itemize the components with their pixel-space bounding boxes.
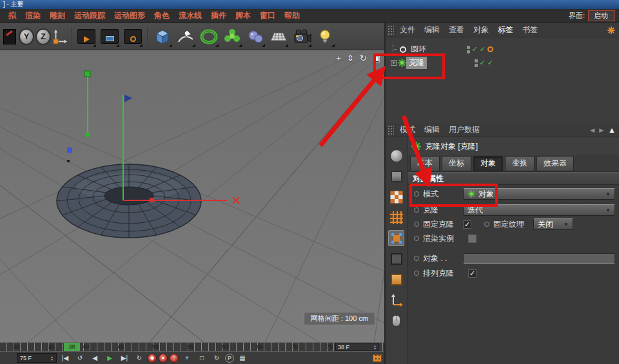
- filter-icon[interactable]: [607, 26, 615, 34]
- spline-tag-icon[interactable]: [487, 46, 493, 52]
- fix-clone-checkbox[interactable]: ✓: [463, 220, 471, 229]
- enabled-check-icon[interactable]: ✓: [487, 59, 493, 67]
- interface-select[interactable]: 启动: [588, 10, 615, 21]
- mode-dropdown[interactable]: 对象 ▼: [463, 188, 615, 200]
- metaball-button[interactable]: [244, 24, 266, 49]
- go-end-button[interactable]: ↻: [133, 353, 146, 363]
- om-menu-edit[interactable]: 编辑: [420, 24, 444, 35]
- anim-dot-icon[interactable]: [414, 236, 419, 241]
- visibility-dots-icon[interactable]: [475, 59, 478, 67]
- object-link-field[interactable]: [463, 253, 615, 264]
- am-menu-mode[interactable]: 模式: [395, 124, 420, 135]
- am-menu-userdata[interactable]: 用户数据: [444, 124, 484, 135]
- om-menu-view[interactable]: 查看: [444, 24, 469, 35]
- panel-grip[interactable]: [388, 125, 394, 135]
- enabled-check-icon[interactable]: ✓: [480, 45, 486, 53]
- spinner-icon[interactable]: ▲▼: [50, 356, 54, 361]
- light-button[interactable]: [314, 24, 336, 49]
- point-mode-icon[interactable]: [388, 230, 404, 246]
- am-menu-edit[interactable]: 编辑: [420, 124, 444, 135]
- scale-record-icon[interactable]: □: [195, 353, 208, 363]
- object-row-circle[interactable]: 圆环 ✓ ✓: [386, 43, 619, 56]
- enable-axis-icon[interactable]: [388, 292, 404, 308]
- polygon-mode-icon[interactable]: [388, 271, 404, 287]
- go-start-button[interactable]: |◀: [59, 353, 72, 363]
- next-frame-button[interactable]: ▶|: [118, 353, 131, 363]
- history-forward-icon[interactable]: ▶: [599, 127, 604, 133]
- object-row-cloner[interactable]: + 克隆 ✓ ✓: [386, 56, 619, 70]
- keyframe-options-button[interactable]: ?: [170, 354, 179, 363]
- render-settings-button[interactable]: [122, 24, 144, 49]
- prev-key-button[interactable]: ↺: [74, 353, 86, 363]
- spinner-icon[interactable]: ▲▼: [373, 345, 377, 350]
- panel-grip[interactable]: [388, 25, 394, 35]
- point-level-animation-icon[interactable]: ▦: [236, 353, 249, 363]
- om-menu-bookmarks[interactable]: 书签: [518, 24, 542, 35]
- tab-object[interactable]: 对象: [473, 156, 503, 171]
- menu-item-mograph[interactable]: 运动图形: [110, 10, 150, 21]
- go-up-icon[interactable]: ▲: [608, 126, 616, 135]
- max-frame-field[interactable]: 75 F ▲▼: [17, 353, 57, 363]
- object-label[interactable]: 圆环: [408, 43, 429, 55]
- render-instance-checkbox[interactable]: [468, 235, 477, 243]
- zoom-icon[interactable]: ⇕: [347, 54, 354, 62]
- spline-pen-button[interactable]: [175, 24, 197, 49]
- coordinate-system-button[interactable]: [52, 24, 68, 49]
- tab-transform[interactable]: 变换: [505, 156, 535, 171]
- play-button[interactable]: ▶: [103, 353, 116, 363]
- camera-button[interactable]: [291, 24, 313, 49]
- add-cube-button[interactable]: [152, 24, 173, 49]
- clone-dropdown[interactable]: 迭代 ▼: [463, 204, 615, 216]
- render-picture-viewer-button[interactable]: [99, 24, 121, 49]
- anim-dot-icon[interactable]: [414, 271, 419, 276]
- om-menu-file[interactable]: 文件: [395, 24, 420, 35]
- texture-mode-icon[interactable]: [388, 189, 404, 205]
- section-header[interactable]: 对象属性: [408, 172, 619, 185]
- om-menu-object[interactable]: 对象: [469, 24, 493, 35]
- axis-z-lock-button[interactable]: Z: [35, 24, 51, 49]
- rotation-record-icon[interactable]: ↻: [210, 353, 223, 363]
- om-menu-tags[interactable]: 标签: [493, 24, 518, 35]
- parameter-record-icon[interactable]: P: [225, 354, 234, 363]
- object-label[interactable]: 克隆: [406, 57, 427, 69]
- make-editable-icon[interactable]: [388, 148, 404, 164]
- expand-icon[interactable]: +: [391, 60, 397, 66]
- menu-item-motion-tracking[interactable]: 运动跟踪: [70, 10, 110, 21]
- fix-texture-dropdown[interactable]: 关闭 ▼: [533, 218, 573, 230]
- autokey-button[interactable]: ●: [159, 354, 168, 363]
- menu-item-render[interactable]: 渲染: [21, 10, 45, 21]
- enabled-check-icon[interactable]: ✓: [480, 59, 486, 67]
- axis-y-lock-button[interactable]: Y: [19, 24, 34, 49]
- menu-item-simulate[interactable]: 拟: [4, 10, 21, 21]
- layout-icon[interactable]: [2, 24, 17, 49]
- menu-item-script[interactable]: 脚本: [231, 10, 255, 21]
- edge-mode-icon[interactable]: [388, 251, 404, 267]
- anim-dot-icon[interactable]: [414, 191, 419, 196]
- timeline-ruler[interactable]: 30 35 40 45 50 55 60 65 70 75 38 38 F ▲▼: [0, 342, 384, 351]
- tab-coordinates[interactable]: 坐标: [442, 156, 471, 171]
- anim-dot-icon[interactable]: [414, 222, 419, 227]
- timeline-settings-icon[interactable]: [373, 354, 382, 362]
- rotate-icon[interactable]: ↻: [360, 54, 367, 62]
- tab-effectors[interactable]: 效果器: [536, 156, 574, 171]
- prev-frame-button[interactable]: ◀: [88, 353, 101, 363]
- toggle-view-icon[interactable]: ▣: [373, 54, 380, 62]
- enabled-check-icon[interactable]: ✓: [472, 45, 478, 53]
- tab-basic[interactable]: 基本: [410, 156, 440, 171]
- arrange-clone-checkbox[interactable]: ✓: [468, 269, 477, 278]
- viewport-3d[interactable]: + ⇕ ↻ ▣ 网格间距 : 100 cm: [0, 50, 384, 342]
- workplane-icon[interactable]: [388, 209, 404, 225]
- end-frame-field[interactable]: 38 F ▲▼: [335, 343, 379, 351]
- record-keyframe-button[interactable]: ◆: [148, 354, 157, 363]
- anim-dot-icon[interactable]: [484, 222, 489, 227]
- history-back-icon[interactable]: ◀: [590, 127, 594, 133]
- menu-item-window[interactable]: 窗口: [255, 10, 280, 21]
- position-record-icon[interactable]: +: [181, 353, 193, 363]
- model-mode-icon[interactable]: [388, 168, 404, 184]
- menu-item-plugins[interactable]: 插件: [206, 10, 231, 21]
- visibility-dots-icon[interactable]: [467, 46, 470, 53]
- current-frame-marker[interactable]: 38: [64, 343, 80, 351]
- anim-dot-icon[interactable]: [414, 207, 419, 213]
- anim-dot-icon[interactable]: [414, 256, 419, 261]
- viewport-solo-icon[interactable]: [388, 312, 404, 329]
